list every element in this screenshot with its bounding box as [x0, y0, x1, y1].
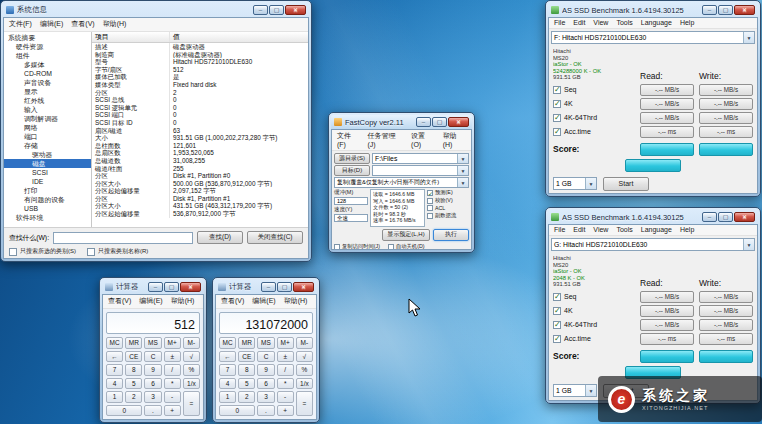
calc-button[interactable]: % [183, 364, 200, 376]
read-result-button[interactable]: -.-- MB/s [640, 319, 694, 331]
menu-item[interactable]: Language [641, 226, 672, 233]
menu-item[interactable]: Edit [573, 19, 585, 26]
calc-button[interactable]: 4 [219, 378, 236, 390]
source-dir-button[interactable]: 源目录(S) [334, 153, 370, 164]
calc-button[interactable]: √ [183, 351, 200, 363]
read-result-button[interactable]: -.-- MB/s [640, 305, 694, 317]
tree-item[interactable]: 端口 [4, 132, 91, 141]
maximize-button[interactable] [718, 5, 733, 15]
tree-item[interactable]: SCSI [4, 168, 91, 177]
calc-button[interactable]: 8 [238, 364, 255, 376]
calc-button[interactable]: √ [296, 351, 313, 363]
calc-button[interactable]: + [164, 405, 181, 417]
menu-item[interactable]: 查看(V) [71, 19, 94, 29]
tree-item[interactable]: 红外线 [4, 96, 91, 105]
menu-item[interactable]: 编辑(E) [139, 296, 162, 306]
calc-button[interactable]: 5 [125, 378, 142, 390]
write-result-button[interactable]: -.-- MB/s [699, 98, 753, 110]
read-result-button[interactable]: -.-- MB/s [640, 112, 694, 124]
write-result-button[interactable]: -.-- MB/s [699, 84, 753, 96]
close-button[interactable] [448, 117, 469, 127]
tree-item[interactable]: 软件环境 [4, 213, 91, 222]
tree-item[interactable]: 驱动器 [4, 150, 91, 159]
table-row[interactable]: 型号 Hitachi HDS721010DLE630 [92, 58, 308, 66]
tree-item[interactable]: USB [4, 204, 91, 213]
calc1-titlebar[interactable]: 计算器 [102, 280, 204, 294]
minimize-button[interactable] [702, 212, 717, 222]
calc-button[interactable]: M- [183, 337, 200, 349]
calc-button[interactable]: 0 [106, 405, 142, 417]
search-selected-category-checkbox[interactable] [9, 248, 17, 256]
minimize-button[interactable] [702, 5, 717, 15]
chevron-down-icon[interactable] [743, 239, 754, 250]
calc-button[interactable]: . [257, 405, 274, 417]
copy-mode-combo[interactable]: 复制(覆盖&仅复制大小/日期不同的文件) [334, 177, 469, 188]
maximize-button[interactable] [269, 5, 284, 15]
calc-button[interactable]: 9 [144, 364, 161, 376]
tree-item[interactable]: 有问题的设备 [4, 195, 91, 204]
table-row[interactable]: 分区 Disk #1, Partition #0 [92, 172, 308, 180]
read-result-button[interactable]: -.-- ms [640, 333, 694, 345]
table-row[interactable]: 总扇区数 1,953,520,065 [92, 149, 308, 157]
calc-button[interactable]: 1/x [296, 378, 313, 390]
menu-item[interactable]: 查看(V) [108, 296, 131, 306]
tree-item[interactable]: 磁盘 [4, 159, 91, 168]
tree-item[interactable]: 硬件资源 [4, 42, 91, 51]
column-header-value[interactable]: 值 [170, 32, 308, 42]
tree-item[interactable]: 声音设备 [4, 78, 91, 87]
table-row[interactable]: 磁道/柱面 255 [92, 165, 308, 173]
benchmark-checkbox[interactable] [553, 321, 561, 329]
menu-item[interactable]: View [593, 19, 608, 26]
calc-button[interactable]: 3 [144, 391, 161, 403]
drive-select-combo[interactable]: G: Hitachi HDS721010DLE630 [551, 238, 755, 251]
test-size-combo[interactable]: 1 GB [553, 177, 597, 190]
find-input[interactable] [53, 232, 193, 244]
maximize-button[interactable] [164, 282, 179, 292]
menu-item[interactable]: 任务管理(J) [368, 131, 404, 148]
menu-item[interactable]: 查看(V) [221, 296, 244, 306]
calc-button[interactable]: 7 [219, 364, 236, 376]
fastcopy-titlebar[interactable]: FastCopy ver2.11 [331, 115, 472, 129]
calc-button[interactable]: 0 [219, 405, 255, 417]
tree-item[interactable]: 多媒体 [4, 60, 91, 69]
table-row[interactable]: 分区起始偏移量 536,870,912,000 字节 [92, 210, 308, 218]
read-result-button[interactable]: -.-- ms [640, 126, 694, 138]
close-button[interactable] [734, 212, 755, 222]
menu-item[interactable]: 帮助(H) [443, 131, 466, 148]
menu-item[interactable]: 文件(F) [9, 19, 32, 29]
menu-item[interactable]: View [593, 226, 608, 233]
benchmark-checkbox[interactable] [553, 114, 561, 122]
calc-button[interactable]: % [296, 364, 313, 376]
table-row[interactable]: 扇区/磁道 63 [92, 127, 308, 135]
tree-item[interactable]: 网络 [4, 123, 91, 132]
chevron-down-icon[interactable] [585, 385, 596, 396]
menu-item[interactable]: 编辑(E) [40, 19, 63, 29]
minimize-button[interactable] [416, 117, 431, 127]
calc-button[interactable]: 8 [125, 364, 142, 376]
calc-button[interactable]: * [277, 378, 294, 390]
calc-button[interactable]: M- [296, 337, 313, 349]
calc-button[interactable]: / [277, 364, 294, 376]
option-row[interactable]: 复制访问时间(J) [334, 243, 380, 249]
execute-button[interactable]: 执行 [433, 229, 469, 241]
calc-button[interactable]: MS [144, 337, 161, 349]
calc-button[interactable]: 5 [238, 378, 255, 390]
table-row[interactable]: 分区大小 431.51 GB (463,312,179,200 字节) [92, 202, 308, 210]
calc-button[interactable]: ± [164, 351, 181, 363]
table-row[interactable]: 大小 931.51 GB (1,000,202,273,280 字节) [92, 134, 308, 142]
minimize-button[interactable] [253, 5, 268, 15]
menu-item[interactable]: File [554, 19, 565, 26]
calc-button[interactable]: 1/x [183, 378, 200, 390]
close-button[interactable] [293, 282, 314, 292]
menu-item[interactable]: 帮助(H) [103, 19, 127, 29]
write-result-button[interactable]: -.-- MB/s [699, 319, 753, 331]
table-row[interactable]: SCSI 端口 0 [92, 111, 308, 119]
calc-button[interactable]: 1 [106, 391, 123, 403]
calc-button[interactable]: MC [219, 337, 236, 349]
maximize-button[interactable] [277, 282, 292, 292]
option-row[interactable]: 副数据流 [427, 212, 469, 219]
column-header-item[interactable]: 项目 [92, 32, 170, 42]
checkbox-icon[interactable] [388, 244, 394, 250]
table-row[interactable]: 分区 Disk #1, Partition #1 [92, 195, 308, 203]
calc-button[interactable]: MR [238, 337, 255, 349]
